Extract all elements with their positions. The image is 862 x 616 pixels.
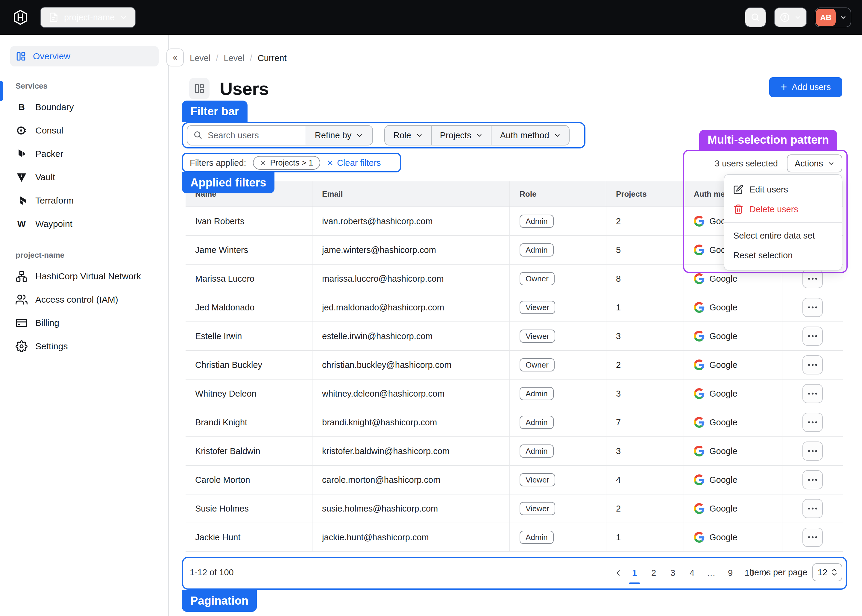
items-per-page-stepper[interactable]: 12	[812, 563, 842, 581]
page-button-9[interactable]: 9	[723, 565, 738, 581]
cell-row-actions	[782, 437, 843, 465]
google-icon	[694, 302, 705, 313]
auth-method-label: Google	[709, 446, 738, 456]
add-users-button[interactable]: + Add users	[769, 77, 842, 97]
filter-chip-projects-1[interactable]: Projects > 1	[253, 156, 320, 170]
sidebar-sections: ServicesBBoundaryConsulPackerVaultTerraf…	[0, 82, 168, 358]
users-page-icon	[194, 83, 205, 94]
cell-email: jed.maldonado@hashicorp.com	[312, 293, 509, 322]
role-badge: Admin	[520, 244, 554, 256]
row-actions-button[interactable]	[802, 442, 823, 460]
help-menu-button[interactable]	[774, 8, 807, 27]
auth-method-label: Google	[709, 389, 738, 399]
row-actions-button[interactable]	[802, 298, 823, 317]
search-users-input[interactable]	[187, 125, 305, 146]
sidebar-item-label: HashiCorp Virtual Network	[35, 271, 141, 281]
refine-by-button[interactable]: Refine by	[305, 125, 373, 146]
cell-name: Jackie Hunt	[185, 523, 312, 552]
sidebar-item-hashicorp-virtual-network[interactable]: HashiCorp Virtual Network	[10, 265, 159, 288]
sidebar-item-settings[interactable]: Settings	[10, 335, 159, 358]
row-actions-button[interactable]	[802, 413, 823, 432]
waypoint-icon: W	[16, 219, 28, 229]
hashicorp-logo-icon[interactable]	[13, 9, 28, 25]
menu-item-select-entire-data-set[interactable]: Select entire data set	[724, 226, 842, 245]
column-header-email: Email	[312, 181, 509, 206]
row-actions-button[interactable]	[802, 470, 823, 489]
sidebar-item-consul[interactable]: Consul	[10, 119, 159, 142]
chevron-down-icon	[554, 132, 561, 138]
actions-button[interactable]: Actions	[787, 154, 842, 173]
applied-filters-label: Filters applied:	[190, 158, 247, 168]
chevron-down-icon	[828, 160, 834, 167]
sidebar-item-packer[interactable]: Packer	[10, 142, 159, 165]
sidebar-section-label: Services	[16, 82, 168, 91]
sidebar-item-label: Overview	[33, 51, 70, 61]
row-actions-button[interactable]	[802, 499, 823, 518]
table-row: Estelle Irwinestelle.irwin@hashicorp.com…	[185, 322, 843, 351]
breadcrumb-link-level[interactable]: Level	[190, 53, 210, 63]
gear-icon	[16, 340, 28, 352]
sidebar-item-vault[interactable]: Vault	[10, 165, 159, 189]
cell-email: kristofer.baldwin@hashicorp.com	[312, 437, 509, 465]
row-actions-button[interactable]	[802, 269, 823, 288]
page-button-2[interactable]: 2	[647, 565, 661, 581]
cell-role: Admin	[509, 523, 606, 552]
sidebar-item-terraform[interactable]: Terraform	[10, 189, 159, 212]
cell-name: Whitney Deleon	[185, 380, 312, 408]
filter-dropdown-role[interactable]: Role	[384, 125, 432, 146]
menu-item-delete-users[interactable]: Delete users	[724, 200, 842, 219]
google-icon	[694, 216, 705, 226]
sidebar-item-access-control-iam[interactable]: Access control (IAM)	[10, 288, 159, 311]
top-navbar: project-name AB	[0, 0, 862, 35]
consul-icon	[16, 125, 28, 136]
page-button-3[interactable]: 3	[666, 565, 680, 581]
sidebar-item-boundary[interactable]: BBoundary	[10, 96, 159, 119]
global-search-button[interactable]	[745, 8, 766, 27]
menu-item-edit-users[interactable]: Edit users	[724, 179, 842, 200]
row-actions-button[interactable]	[802, 327, 823, 346]
row-actions-button[interactable]	[802, 355, 823, 374]
search-icon	[751, 13, 760, 22]
cell-name: Christian Buckley	[185, 351, 312, 379]
account-menu-button[interactable]: AB	[815, 8, 851, 27]
previous-page-button[interactable]	[612, 565, 625, 581]
page-button-1[interactable]: 1	[627, 565, 642, 581]
ellipsis-icon	[808, 421, 817, 424]
cell-auth-method: Google	[684, 495, 782, 523]
clear-filters-link[interactable]: Clear filters	[327, 158, 381, 168]
sidebar-item-waypoint[interactable]: WWaypoint	[10, 212, 159, 236]
page-button-4[interactable]: 4	[685, 565, 699, 581]
vault-icon	[16, 172, 28, 182]
ellipsis-icon	[808, 364, 817, 366]
cell-name: Jame Winters	[185, 236, 312, 264]
cell-role: Owner	[509, 351, 606, 379]
role-badge: Admin	[520, 416, 554, 429]
cell-email: estelle.irwin@hashicorp.com	[312, 322, 509, 350]
menu-item-reset-selection[interactable]: Reset selection	[724, 245, 842, 265]
selection-count: 3 users selected	[715, 159, 778, 168]
selection-toolbar: 3 users selected Actions	[683, 151, 848, 176]
network-icon	[16, 270, 28, 282]
row-actions-button[interactable]	[802, 528, 823, 547]
auth-method-label: Google	[709, 475, 738, 485]
auth-method-label: Google	[709, 533, 738, 542]
filter-dropdown-auth-method[interactable]: Auth method	[491, 125, 569, 146]
filter-dropdown-projects[interactable]: Projects	[432, 125, 492, 146]
cell-auth-method: Google	[684, 380, 782, 408]
cell-email: christian.buckley@hashicorp.com	[312, 351, 509, 379]
project-switcher[interactable]: project-name	[40, 7, 136, 28]
row-actions-button[interactable]	[802, 384, 823, 403]
cell-name: Marissa Lucero	[185, 265, 312, 293]
table-row: Carole Mortoncarole.morton@hashicorp.com…	[185, 466, 843, 495]
auth-method-label: Google	[709, 332, 738, 341]
actions-menu: Edit usersDelete usersSelect entire data…	[724, 174, 842, 270]
chevron-down-icon	[120, 14, 127, 21]
sidebar-item-overview[interactable]: Overview	[10, 46, 159, 66]
cell-row-actions	[782, 523, 843, 552]
breadcrumb-link-level[interactable]: Level	[224, 53, 244, 63]
sidebar-item-billing[interactable]: Billing	[10, 311, 159, 335]
collapse-sidebar-button[interactable]: «	[166, 49, 184, 66]
cell-role: Admin	[509, 236, 606, 264]
cell-row-actions	[782, 293, 843, 322]
role-badge: Admin	[520, 215, 554, 228]
